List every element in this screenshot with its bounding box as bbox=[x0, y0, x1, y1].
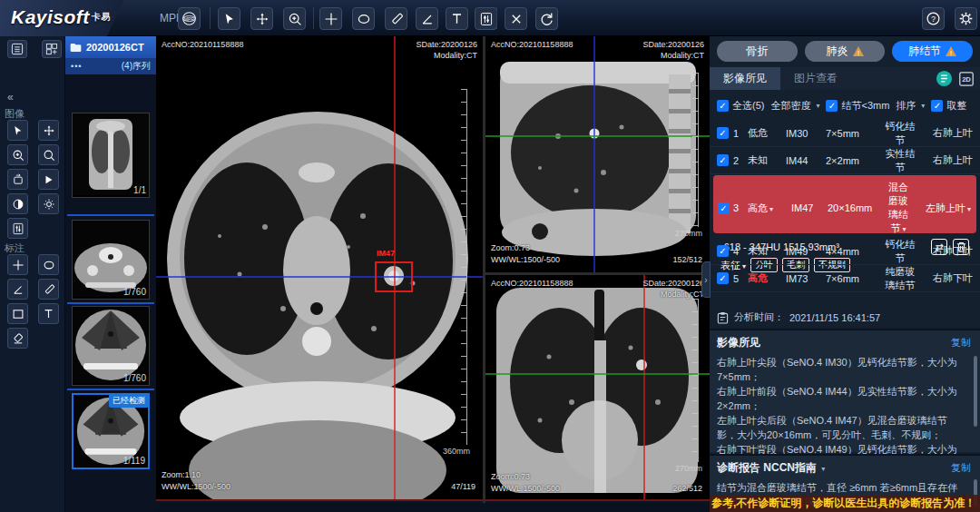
findings-scrollbar[interactable] bbox=[974, 356, 977, 427]
viewport-axial[interactable]: IM47 360mm AccNO:202101158888 SDate:2020… bbox=[156, 36, 483, 501]
copy-report-button[interactable]: 复制 bbox=[951, 461, 971, 475]
mode-pneumonia-button[interactable]: 肺炎 ! bbox=[805, 41, 886, 62]
pan-tool-button[interactable] bbox=[250, 7, 273, 30]
density-dropdown[interactable]: 全部密度▾ bbox=[770, 99, 819, 113]
pan-icon bbox=[43, 124, 55, 137]
thumbnail-divider bbox=[67, 214, 154, 216]
checkbox-checked[interactable]: ✓ bbox=[931, 100, 943, 112]
nodule-row-1[interactable]: ✓ 1 低危 IM30 7×5mm 钙化结节 右肺上叶 bbox=[710, 120, 980, 147]
nodule-row-2[interactable]: ✓ 2 未知 IM44 2×2mm 实性结节 右肺上叶 bbox=[710, 147, 980, 174]
reset-button[interactable] bbox=[535, 7, 558, 30]
checkbox-checked[interactable]: ✓ bbox=[718, 202, 730, 214]
mode-fracture-button[interactable]: 骨折 bbox=[717, 41, 798, 62]
clipboard-icon bbox=[717, 311, 729, 324]
scale-ruler bbox=[461, 89, 467, 445]
invert-tool-button[interactable] bbox=[7, 193, 28, 214]
cursor-tool-button[interactable] bbox=[218, 7, 240, 30]
checkbox-checked[interactable]: ✓ bbox=[717, 272, 729, 284]
chevron-down-icon: ▾ bbox=[967, 205, 971, 213]
copy-findings-button[interactable]: 复制 bbox=[951, 336, 971, 350]
warning-icon: ! bbox=[946, 46, 956, 56]
angle-tool-button[interactable] bbox=[416, 7, 438, 30]
viewport-coronal[interactable]: 270mm AccNO:202101158888 SDate:20200126 … bbox=[485, 275, 710, 501]
tab-image-view[interactable]: 图片查看 bbox=[780, 67, 851, 90]
nodule-row-4[interactable]: ✓ 4 未知 IM49 4×4mm 钙化结节 右肺下叶 bbox=[710, 238, 980, 265]
flip-tool-button[interactable] bbox=[38, 169, 59, 190]
zoom-in-tool-button[interactable] bbox=[7, 144, 28, 165]
round-checkbox[interactable]: ✓取整 bbox=[931, 99, 966, 113]
findings-title: 影像所见 bbox=[717, 335, 760, 350]
mode-lung-nodule-button[interactable]: 肺结节 ! bbox=[892, 41, 973, 62]
rotate-reset-icon bbox=[540, 12, 554, 26]
nodule-type-dropdown[interactable]: 混合磨玻璃结节▾ bbox=[886, 181, 911, 235]
checkbox-checked[interactable]: ✓ bbox=[717, 154, 729, 166]
nodule-index: 5 bbox=[733, 273, 748, 284]
angle-annot-button[interactable] bbox=[7, 279, 28, 300]
text-tool-button[interactable] bbox=[446, 7, 468, 30]
rect-annot-button[interactable] bbox=[7, 303, 28, 324]
collapse-sidebar-button[interactable]: « bbox=[7, 91, 14, 103]
chevron-down-icon[interactable]: ▾ bbox=[821, 465, 825, 473]
help-icon: ? bbox=[926, 11, 941, 26]
nodule-row-5[interactable]: ✓ 5 高危 IM73 7×6mm 纯磨玻璃结节 右肺下叶 bbox=[710, 265, 980, 292]
series-list-tab[interactable] bbox=[7, 40, 27, 58]
study-menu-dots[interactable]: ••• bbox=[71, 62, 82, 71]
thumbnail-series4-selected[interactable]: 已经检测 1/119 bbox=[72, 393, 150, 469]
risk-level: 未知 bbox=[748, 244, 786, 258]
nodule-row-3-selected[interactable]: ✓ 3 高危▾ IM47 20×16mm 混合磨玻璃结节▾ 左肺上叶▾ -618… bbox=[713, 175, 976, 233]
help-button[interactable]: ? bbox=[922, 7, 945, 30]
ellipse-annot-button[interactable] bbox=[38, 254, 59, 275]
thumbnail-series2[interactable]: 1/760 bbox=[72, 220, 150, 300]
clear-annotations-button[interactable] bbox=[505, 7, 527, 30]
accession-number: AccNO:202101158888 bbox=[162, 40, 243, 49]
disclaimer-marquee: 参考,不作诊断证明，诊断以医生出具的诊断报告为准！ bbox=[710, 495, 980, 512]
mpr-mode-button[interactable]: MPR bbox=[178, 7, 201, 30]
tab-imaging-findings[interactable]: 影像所见 bbox=[710, 67, 780, 90]
report-title: 诊断报告 NCCN指南 ▾ bbox=[717, 460, 825, 476]
thumbnail-scout[interactable]: 1/1 bbox=[72, 113, 150, 198]
ruler-label: 270mm bbox=[675, 464, 702, 473]
magnify-tool-button[interactable] bbox=[38, 144, 59, 165]
nodule-location-dropdown[interactable]: 左肺上叶▾ bbox=[911, 202, 971, 215]
scale-ruler bbox=[692, 73, 699, 227]
sort-dropdown[interactable]: 排序▾ bbox=[896, 99, 925, 113]
pencil-annot-button[interactable] bbox=[38, 279, 59, 300]
pan-tool-button[interactable] bbox=[38, 120, 59, 141]
ruler-tool-button[interactable] bbox=[385, 7, 407, 30]
ellipse-tool-button[interactable] bbox=[352, 7, 375, 30]
view-2d-icon[interactable]: 2D bbox=[958, 71, 975, 87]
image-number: IM73 bbox=[786, 273, 826, 284]
brightness-tool-button[interactable] bbox=[38, 193, 59, 214]
viewport-sagittal[interactable]: 270mm AccNO:202101158888 SDate:20200126 … bbox=[485, 36, 710, 272]
crosshair-annot-button[interactable] bbox=[7, 254, 28, 275]
structure-tab[interactable] bbox=[42, 40, 62, 58]
cursor-tool-button[interactable] bbox=[7, 120, 28, 141]
analysis-time-label: 分析时间： bbox=[734, 310, 784, 324]
modality: Modality:CT bbox=[661, 290, 704, 299]
crosshair-tool-button[interactable] bbox=[319, 7, 342, 30]
angle-icon bbox=[420, 12, 435, 26]
image-number: IM49 bbox=[786, 246, 826, 257]
checkbox-checked[interactable]: ✓ bbox=[717, 100, 729, 112]
eraser-annot-button[interactable] bbox=[7, 328, 28, 349]
select-all-checkbox[interactable]: ✓全选(5) bbox=[717, 99, 764, 113]
nodule-bounding-box[interactable] bbox=[375, 261, 413, 292]
rotate-image-button[interactable] bbox=[7, 169, 28, 190]
thumbnail-divider bbox=[67, 302, 154, 304]
checkbox-checked[interactable]: ✓ bbox=[717, 245, 729, 257]
panel-tabs: 影像所见 图片查看 2D bbox=[710, 67, 980, 90]
wwwl-tool-button[interactable] bbox=[475, 7, 497, 30]
text-annot-button[interactable] bbox=[38, 303, 59, 324]
panel-collapse-handle[interactable]: › bbox=[701, 261, 710, 298]
thumbnail-series3[interactable]: 1/760 bbox=[72, 306, 150, 386]
checkbox-checked[interactable]: ✓ bbox=[826, 100, 838, 112]
checkbox-checked[interactable]: ✓ bbox=[717, 127, 729, 139]
wwwl-tool-button[interactable] bbox=[7, 218, 28, 239]
zoom-tool-button[interactable] bbox=[283, 7, 306, 30]
thumb-slice-count: 1/1 bbox=[133, 185, 146, 195]
risk-level-dropdown[interactable]: 高危▾ bbox=[748, 202, 791, 215]
report-icon[interactable] bbox=[936, 70, 953, 87]
lt3mm-checkbox[interactable]: ✓结节<3mm bbox=[826, 99, 889, 113]
study-header[interactable]: 20200126CT bbox=[65, 36, 156, 58]
settings-button[interactable] bbox=[955, 7, 977, 30]
